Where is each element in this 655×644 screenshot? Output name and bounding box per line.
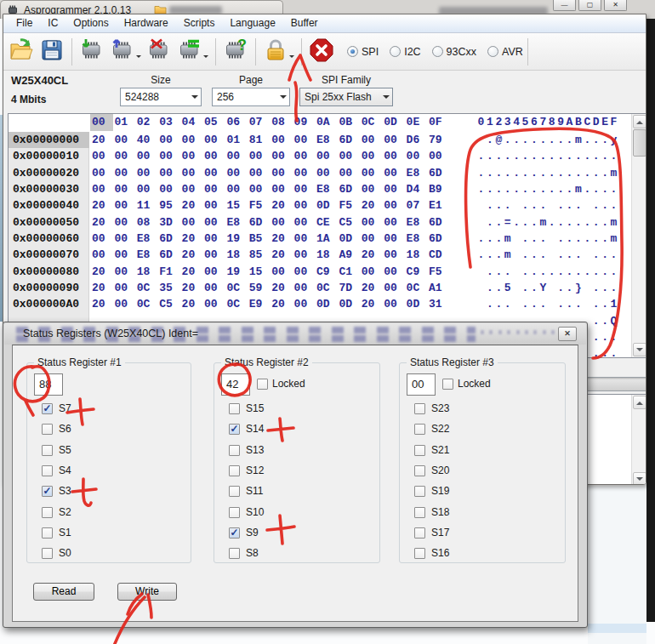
hex-byte-cell: E9 bbox=[249, 296, 271, 312]
menu-item-ic[interactable]: IC bbox=[40, 14, 66, 32]
hex-byte-cell: 20 bbox=[92, 280, 114, 296]
hex-byte-cell: 20 bbox=[271, 280, 293, 296]
dropdown-arrow-icon[interactable] bbox=[136, 55, 141, 60]
bit-checkbox-s6[interactable] bbox=[42, 424, 53, 435]
erase-chip-button[interactable] bbox=[144, 36, 174, 68]
bit-checkbox-s9[interactable]: ✓ bbox=[229, 527, 240, 539]
stop-button[interactable] bbox=[306, 36, 337, 68]
bit-checkbox-s12[interactable] bbox=[229, 465, 240, 476]
radio-93cxx[interactable]: 93Cxx bbox=[432, 46, 476, 58]
read-chip-button[interactable] bbox=[77, 36, 107, 68]
ascii-char-cell: . bbox=[609, 148, 618, 164]
sr2-value-field[interactable]: 42 bbox=[221, 373, 250, 396]
bit-checkbox-s7[interactable]: ✓ bbox=[42, 403, 53, 414]
hex-byte-cell: 15 bbox=[226, 197, 248, 214]
radio-label: SPI bbox=[362, 46, 379, 58]
locked-checkbox[interactable] bbox=[257, 379, 268, 390]
ascii-char-cell: . bbox=[503, 197, 512, 214]
ascii-char-cell: . bbox=[573, 165, 583, 181]
bit-checkbox-s20[interactable] bbox=[414, 465, 425, 476]
bit-checkbox-s1[interactable] bbox=[42, 527, 53, 539]
verify-chip-button[interactable] bbox=[174, 36, 205, 68]
close-button[interactable]: ✕ bbox=[604, 0, 627, 11]
lock-bits-button[interactable] bbox=[260, 36, 291, 68]
radio-i2c[interactable]: I2C bbox=[390, 46, 420, 58]
bit-checkbox-s2[interactable] bbox=[42, 507, 53, 518]
chevron-down-icon[interactable] bbox=[189, 92, 201, 102]
bit-checkbox-s4[interactable] bbox=[42, 465, 53, 476]
ascii-char-cell: . bbox=[556, 264, 566, 280]
menu-item-buffer[interactable]: Buffer bbox=[283, 14, 326, 32]
bit-checkbox-s8[interactable] bbox=[229, 548, 240, 559]
bit-checkbox-s15[interactable] bbox=[229, 403, 240, 414]
bit-checkbox-s13[interactable] bbox=[229, 445, 240, 456]
size-combobox[interactable]: 524288 bbox=[120, 88, 202, 106]
sr3-value-field[interactable]: 00 bbox=[407, 373, 436, 396]
detect-chip-button[interactable]: ? bbox=[220, 36, 251, 68]
write-button[interactable]: Write bbox=[117, 583, 177, 601]
hex-col-header: 03 bbox=[159, 114, 181, 131]
sr1-value-field[interactable]: 88 bbox=[34, 373, 63, 396]
ascii-char-cell: . bbox=[591, 197, 601, 214]
menu-item-hardware[interactable]: Hardware bbox=[117, 14, 176, 32]
ascii-char-cell: . bbox=[556, 247, 566, 263]
hex-scrollbar[interactable] bbox=[631, 114, 646, 357]
hex-col-header: 05 bbox=[204, 114, 226, 131]
bit-checkbox-s11[interactable] bbox=[229, 486, 240, 497]
row-address: 0x00000040 bbox=[9, 197, 89, 214]
ascii-char-cell: @ bbox=[494, 132, 504, 148]
chevron-down-icon[interactable] bbox=[277, 92, 289, 102]
menu-item-scripts[interactable]: Scripts bbox=[176, 14, 223, 32]
bit-checkbox-s18[interactable] bbox=[414, 507, 425, 518]
bit-checkbox-s23[interactable] bbox=[414, 403, 425, 414]
open-file-button[interactable] bbox=[6, 36, 37, 68]
bit-checkbox-s10[interactable] bbox=[229, 507, 240, 518]
write-chip-button[interactable] bbox=[107, 36, 138, 68]
chip-detect-icon: ? bbox=[223, 37, 248, 66]
scroll-up-icon[interactable] bbox=[633, 396, 646, 409]
chevron-down-icon[interactable] bbox=[380, 92, 392, 102]
ascii-col-header: 7 bbox=[538, 114, 548, 131]
scroll-up-icon[interactable] bbox=[633, 115, 646, 128]
bit-checkbox-s0[interactable] bbox=[42, 548, 53, 559]
ascii-char-cell: . bbox=[556, 296, 566, 312]
bit-checkbox-s16[interactable] bbox=[414, 548, 425, 559]
dropdown-arrow-icon[interactable] bbox=[289, 55, 294, 60]
menu-item-file[interactable]: File bbox=[9, 14, 40, 32]
dialog-close-icon[interactable]: ✕ bbox=[558, 327, 577, 341]
locked-checkbox[interactable] bbox=[442, 379, 453, 390]
spi-family-combobox[interactable]: Spi 25xx Flash bbox=[299, 88, 393, 106]
bit-checkbox-s19[interactable] bbox=[414, 486, 425, 497]
ascii-char-cell: . bbox=[476, 181, 486, 197]
hex-byte-cell: C1 bbox=[339, 264, 361, 280]
glass-blur bbox=[481, 330, 566, 334]
hex-byte-cell: 00 bbox=[92, 247, 114, 263]
ascii-char-cell: . bbox=[503, 148, 512, 164]
hex-byte-cell: 00 bbox=[294, 132, 316, 148]
read-button[interactable]: Read bbox=[33, 583, 94, 601]
minimize-button[interactable]: — bbox=[553, 0, 576, 11]
scrollbar-thumb[interactable] bbox=[633, 129, 646, 157]
page-combobox[interactable]: 256 bbox=[212, 88, 290, 106]
ascii-col-header: 1 bbox=[485, 114, 494, 131]
save-file-button[interactable] bbox=[37, 36, 67, 68]
menu-item-options[interactable]: Options bbox=[66, 14, 116, 32]
radio-spi[interactable]: SPI bbox=[347, 46, 379, 58]
log-scrollbar[interactable] bbox=[631, 395, 646, 485]
dropdown-arrow-icon[interactable] bbox=[203, 55, 208, 60]
menu-item-language[interactable]: Language bbox=[222, 14, 282, 32]
bit-checkbox-s3[interactable]: ✓ bbox=[42, 486, 53, 497]
bit-checkbox-s21[interactable] bbox=[414, 445, 425, 456]
bit-checkbox-s17[interactable] bbox=[414, 527, 425, 539]
hex-byte-cell: 85 bbox=[249, 247, 271, 263]
hex-byte-cell: 00 bbox=[114, 214, 136, 231]
maximize-button[interactable]: ▢ bbox=[578, 0, 601, 11]
scroll-down-icon[interactable] bbox=[633, 472, 646, 485]
dialog-titlebar[interactable]: Status Registers (W25X40CL) Ident= ✕ bbox=[4, 323, 586, 345]
scroll-down-icon[interactable] bbox=[633, 343, 646, 356]
hex-byte-cell: 00 bbox=[362, 231, 384, 247]
bit-checkbox-s14[interactable]: ✓ bbox=[229, 424, 240, 435]
bit-checkbox-s5[interactable] bbox=[42, 445, 53, 456]
bit-checkbox-s22[interactable] bbox=[414, 424, 425, 435]
radio-avr[interactable]: AVR bbox=[487, 46, 523, 58]
